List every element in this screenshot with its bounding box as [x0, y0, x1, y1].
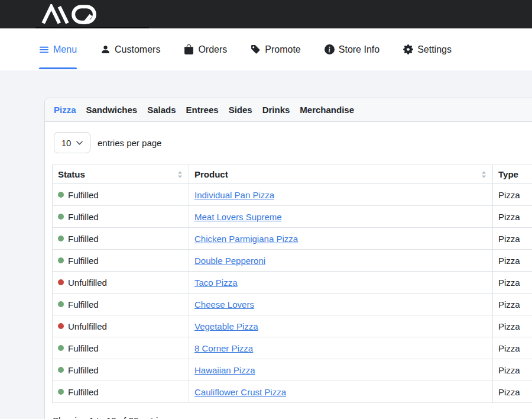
- status-label: Fulfilled: [68, 256, 99, 266]
- tab-drinks[interactable]: Drinks: [262, 105, 290, 115]
- status-badge: Unfulfilled: [58, 278, 183, 288]
- status-cell: Fulfilled: [53, 359, 189, 381]
- products-card: PizzaSandwichesSaladsEntreesSidesDrinksM…: [44, 98, 532, 419]
- status-cell: Unfulfilled: [53, 315, 189, 337]
- column-label: Product: [194, 169, 228, 179]
- app-header: [0, 0, 532, 28]
- product-cell: Double Pepperoni: [189, 250, 493, 272]
- nav-item-label: Menu: [53, 44, 77, 55]
- status-label: Fulfilled: [68, 387, 99, 397]
- type-cell: Pizza: [493, 228, 532, 250]
- status-cell: Unfulfilled: [53, 272, 189, 294]
- product-cell: Cheese Lovers: [189, 294, 493, 315]
- nav-item-label: Settings: [417, 44, 452, 55]
- active-nav-underline: [39, 67, 77, 69]
- product-cell: Individual Pan Pizza: [189, 184, 493, 206]
- nav-item-promote[interactable]: Promote: [251, 28, 300, 70]
- status-badge: Fulfilled: [58, 387, 183, 397]
- type-cell: Pizza: [493, 381, 532, 403]
- status-label: Fulfilled: [68, 343, 99, 353]
- product-link[interactable]: Chicken Parmigiana Pizza: [194, 234, 298, 244]
- status-cell: Fulfilled: [53, 294, 189, 315]
- status-dot: [58, 389, 64, 395]
- product-link[interactable]: Hawaiian Pizza: [194, 365, 255, 375]
- column-header-product[interactable]: Product: [189, 165, 493, 184]
- tab-salads[interactable]: Salads: [147, 105, 176, 115]
- type-cell: Pizza: [493, 359, 532, 381]
- table-row: FulfilledCheese LoversPizza: [53, 294, 532, 315]
- product-cell: Taco Pizza: [189, 272, 493, 294]
- table-row: FulfilledChicken Parmigiana PizzaPizza: [53, 228, 532, 250]
- status-dot: [58, 367, 64, 373]
- page-size-select[interactable]: 10: [54, 132, 90, 153]
- status-label: Fulfilled: [68, 190, 99, 200]
- nav-item-label: Customers: [115, 44, 160, 55]
- chevron-down-icon: [76, 141, 83, 145]
- status-dot: [58, 257, 64, 263]
- product-link[interactable]: Individual Pan Pizza: [194, 190, 274, 200]
- status-cell: Fulfilled: [53, 337, 189, 359]
- status-dot: [58, 345, 64, 351]
- table-header: StatusProductType: [53, 165, 532, 184]
- product-link[interactable]: Cauliflower Crust Pizza: [194, 387, 286, 397]
- table-row: UnfulfilledVegetable PizzaPizza: [53, 315, 532, 337]
- status-dot: [58, 214, 64, 220]
- type-cell: Pizza: [493, 272, 532, 294]
- table-header-row: StatusProductType: [53, 165, 532, 184]
- app-logo-icon[interactable]: [39, 4, 109, 24]
- product-cell: Cauliflower Crust Pizza: [189, 381, 493, 403]
- logo-i-stroke: [59, 7, 67, 23]
- sort-icon[interactable]: [177, 170, 183, 178]
- nav-item-settings[interactable]: Settings: [403, 28, 452, 70]
- status-dot: [58, 301, 64, 307]
- sort-icon[interactable]: [481, 170, 486, 178]
- status-cell: Fulfilled: [53, 250, 189, 272]
- table-row: Fulfilled8 Corner PizzaPizza: [53, 337, 532, 359]
- status-badge: Fulfilled: [58, 234, 183, 244]
- status-label: Fulfilled: [68, 299, 99, 310]
- tab-pizza[interactable]: Pizza: [54, 105, 76, 115]
- product-link[interactable]: Cheese Lovers: [194, 299, 254, 310]
- status-badge: Fulfilled: [58, 212, 183, 222]
- product-link[interactable]: Taco Pizza: [194, 278, 238, 288]
- nav-item-customers[interactable]: Customers: [100, 28, 160, 70]
- logo-q-ring: [73, 7, 95, 22]
- nav-item-orders[interactable]: Orders: [184, 28, 227, 70]
- status-badge: Fulfilled: [58, 365, 183, 375]
- status-dot: [58, 279, 64, 285]
- table-row: FulfilledCauliflower Crust PizzaPizza: [53, 381, 532, 403]
- page-size-value: 10: [61, 138, 72, 148]
- status-cell: Fulfilled: [53, 228, 189, 250]
- product-link[interactable]: Meat Lovers Supreme: [194, 212, 282, 222]
- page-size-label: entries per page: [98, 138, 161, 148]
- tab-sides[interactable]: Sides: [229, 105, 252, 115]
- nav-bar: MenuCustomersOrdersPromoteStore InfoSett…: [0, 28, 532, 70]
- status-label: Fulfilled: [68, 234, 99, 244]
- info-icon: [325, 44, 335, 54]
- gear-icon: [403, 44, 413, 54]
- status-cell: Fulfilled: [53, 206, 189, 228]
- nav-item-menu[interactable]: Menu: [39, 28, 77, 70]
- type-cell: Pizza: [493, 294, 532, 315]
- product-link[interactable]: Double Pepperoni: [194, 256, 265, 266]
- tab-entrees[interactable]: Entrees: [186, 105, 219, 115]
- category-tab-bar: PizzaSandwichesSaladsEntreesSidesDrinksM…: [45, 98, 532, 122]
- product-link[interactable]: Vegetable Pizza: [194, 321, 258, 331]
- status-cell: Fulfilled: [53, 184, 189, 206]
- status-label: Unfulfilled: [68, 321, 107, 331]
- table-row: FulfilledMeat Lovers SupremePizza: [53, 206, 532, 228]
- column-label: Type: [498, 169, 518, 179]
- tab-sandwiches[interactable]: Sandwiches: [86, 105, 138, 115]
- column-header-type: Type: [493, 165, 532, 184]
- bag-icon: [184, 44, 194, 54]
- column-label: Status: [58, 169, 85, 179]
- product-link[interactable]: 8 Corner Pizza: [194, 343, 253, 353]
- card-body: 10 entries per page StatusProductType Fu…: [45, 122, 532, 419]
- column-header-status[interactable]: Status: [53, 165, 189, 184]
- tab-merchandise[interactable]: Merchandise: [300, 105, 354, 115]
- table-body: FulfilledIndividual Pan PizzaPizzaFulfil…: [53, 184, 532, 403]
- nav-item-store-info[interactable]: Store Info: [325, 28, 379, 70]
- product-cell: Chicken Parmigiana Pizza: [189, 228, 493, 250]
- tag-icon: [251, 44, 261, 54]
- type-cell: Pizza: [493, 250, 532, 272]
